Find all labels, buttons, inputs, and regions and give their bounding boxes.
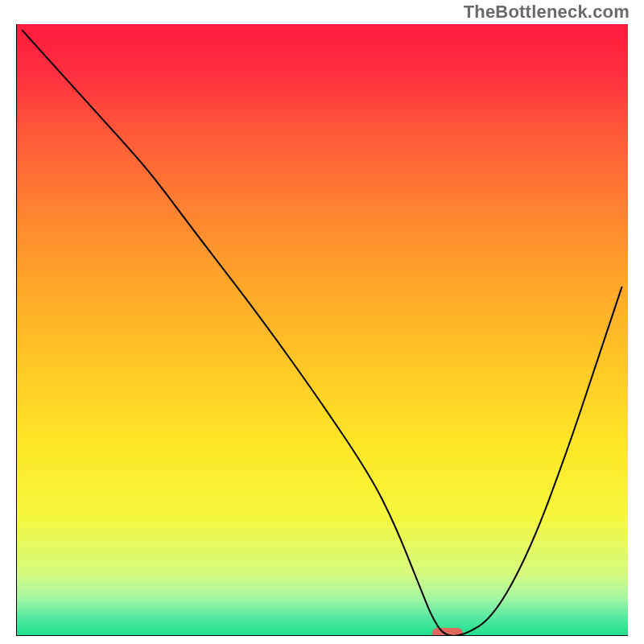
watermark: TheBottleneck.com	[464, 2, 630, 23]
chart-background	[16, 24, 628, 636]
bottleneck-chart	[16, 24, 628, 636]
chart-svg	[16, 24, 628, 636]
